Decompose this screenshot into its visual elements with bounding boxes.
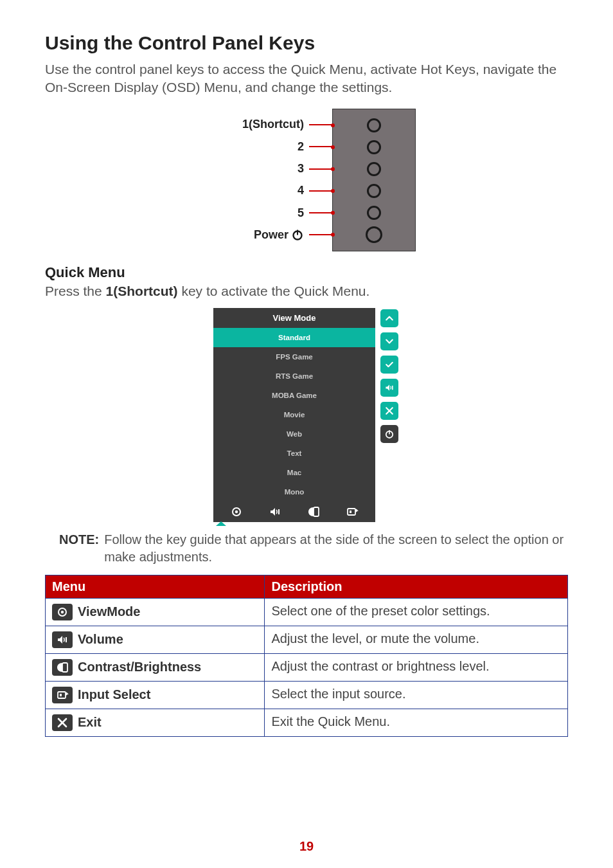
menu-cell: Volume <box>52 631 258 648</box>
leader-line <box>309 146 332 147</box>
leader-dot <box>331 189 335 193</box>
leader-dot <box>331 233 335 237</box>
close-icon <box>380 402 398 420</box>
eye-icon <box>52 604 73 620</box>
qm-bold: 1(Shortcut) <box>106 284 178 298</box>
power-button-circle <box>366 226 382 243</box>
menu-label: Volume <box>78 632 123 647</box>
panel-label: 2 <box>197 136 332 158</box>
leader-line <box>309 190 332 192</box>
qm-post: key to activate the Quick Menu. <box>178 284 370 298</box>
menu-desc: Exit the Quick Menu. <box>265 709 568 736</box>
eye-icon <box>230 507 243 517</box>
osd-item: Mono <box>213 482 375 502</box>
panel-button <box>333 180 415 202</box>
table-row: Contrast/BrightnessAdjust the contrast o… <box>46 653 568 681</box>
panel-button <box>333 136 415 158</box>
osd-item: Standard <box>213 328 375 347</box>
panel-label: 5 <box>197 202 332 224</box>
menu-desc: Adjust the level, or mute the volume. <box>265 626 568 653</box>
close-icon <box>52 714 73 731</box>
osd-item: Text <box>213 444 375 463</box>
osd-item: FPS Game <box>213 347 375 366</box>
table-row: ViewModeSelect one of the preset color s… <box>46 598 568 626</box>
check-icon <box>380 356 398 374</box>
panel-button <box>333 114 415 136</box>
menu-label: Contrast/Brightness <box>78 660 201 674</box>
osd-button-circle <box>367 118 381 132</box>
panel-label-text: Power <box>254 228 289 242</box>
qm-pre: Press the <box>45 284 106 298</box>
note-label: NOTE: <box>59 531 99 566</box>
input-icon <box>346 507 359 517</box>
menu-desc: Adjust the contrast or brightness level. <box>265 653 568 681</box>
power-icon <box>380 425 398 443</box>
leader-line <box>309 168 332 170</box>
leader-line <box>309 212 332 213</box>
table-row: Input SelectSelect the input source. <box>46 681 568 709</box>
osd-button-circle <box>367 162 381 176</box>
volume-icon <box>380 379 398 397</box>
table-row: VolumeAdjust the level, or mute the volu… <box>46 626 568 653</box>
leader-line <box>309 124 332 125</box>
volume-icon <box>52 631 73 648</box>
page-title: Using the Control Panel Keys <box>45 32 568 54</box>
leader-dot <box>331 123 335 127</box>
panel-label: 3 <box>197 158 332 180</box>
panel-label-text: 3 <box>298 162 304 176</box>
osd-item: MOBA Game <box>213 386 375 405</box>
input-icon <box>52 687 73 703</box>
panel-button <box>333 224 415 246</box>
osd-item: RTS Game <box>213 366 375 386</box>
menu-cell: Contrast/Brightness <box>52 659 258 676</box>
osd-header: View Mode <box>213 308 375 328</box>
control-panel-diagram: 1(Shortcut)2345Power <box>197 109 416 251</box>
panel-label-text: 2 <box>298 140 304 154</box>
note-text: Follow the key guide that appears at the… <box>104 531 568 566</box>
leader-dot <box>331 145 335 149</box>
contrast-icon <box>307 507 320 517</box>
volume-icon <box>269 507 281 517</box>
contrast-icon <box>52 659 73 676</box>
down-icon <box>380 332 398 350</box>
panel-button <box>333 158 415 180</box>
osd-button-circle <box>367 206 381 220</box>
panel-label-text: 5 <box>298 206 304 220</box>
th-menu: Menu <box>46 575 265 598</box>
menu-desc: Select the input source. <box>265 681 568 709</box>
intro-text: Use the control panel keys to access the… <box>45 60 568 97</box>
quick-menu-instruction: Press the 1(Shortcut) key to activate th… <box>45 284 568 299</box>
osd-item: Web <box>213 424 375 444</box>
panel-label-text: 4 <box>298 184 304 197</box>
osd-button-circle <box>367 140 381 154</box>
panel-button <box>333 202 415 224</box>
panel-label-text: 1(Shortcut) <box>242 118 304 131</box>
leader-dot <box>331 167 335 171</box>
menu-cell: Input Select <box>52 687 258 703</box>
menu-cell: Exit <box>52 714 258 731</box>
osd-item: Mac <box>213 463 375 482</box>
menu-cell: ViewMode <box>52 604 258 620</box>
osd-accent <box>216 521 226 526</box>
page-number: 19 <box>0 839 613 854</box>
th-desc: Description <box>265 575 568 598</box>
panel-label: 4 <box>197 180 332 202</box>
menu-desc: Select one of the preset color settings. <box>265 598 568 626</box>
menu-label: ViewMode <box>78 604 140 619</box>
power-icon <box>291 228 304 241</box>
osd-screenshot: View Mode StandardFPS GameRTS GameMOBA G… <box>213 308 400 522</box>
menu-label: Exit <box>78 715 102 730</box>
panel-label: Power <box>197 224 332 246</box>
menu-table: Menu Description ViewModeSelect one of t… <box>45 575 568 737</box>
osd-button-circle <box>367 184 381 198</box>
menu-label: Input Select <box>78 687 150 702</box>
osd-item: Movie <box>213 405 375 424</box>
panel-label: 1(Shortcut) <box>197 114 332 136</box>
note-row: NOTE: Follow the key guide that appears … <box>45 531 568 566</box>
up-icon <box>380 309 398 327</box>
table-row: ExitExit the Quick Menu. <box>46 709 568 736</box>
leader-line <box>309 234 332 235</box>
quick-menu-heading: Quick Menu <box>45 264 568 281</box>
leader-dot <box>331 211 335 215</box>
